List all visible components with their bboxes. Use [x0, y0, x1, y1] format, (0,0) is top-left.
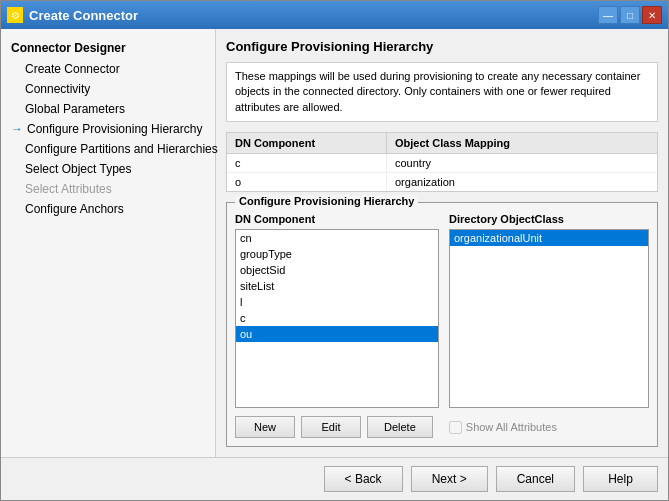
- sidebar-title: Connector Designer: [1, 37, 215, 59]
- mapping-cell-organization: organization: [387, 173, 657, 191]
- delete-button[interactable]: Delete: [367, 416, 433, 438]
- sidebar-item-configure-provisioning[interactable]: Configure Provisioning Hierarchy: [1, 119, 215, 139]
- app-icon: ⚙: [7, 7, 23, 23]
- configure-provisioning-group: Configure Provisioning Hierarchy DN Comp…: [226, 202, 658, 447]
- table-row[interactable]: c country: [227, 154, 657, 173]
- sidebar: Connector Designer Create Connector Conn…: [1, 29, 216, 457]
- bottom-panels: DN Component cn groupType objectSid site…: [235, 213, 649, 408]
- dir-list-item-selected[interactable]: organizationalUnit: [450, 230, 648, 246]
- mapping-table: DN Component Object Class Mapping c coun…: [226, 132, 658, 192]
- info-box: These mappings will be used during provi…: [226, 62, 658, 122]
- main-window: ⚙ Create Connector — □ ✕ Connector Desig…: [0, 0, 669, 501]
- table-header: DN Component Object Class Mapping: [227, 133, 657, 154]
- dn-cell-c: c: [227, 154, 387, 172]
- show-all-input[interactable]: [449, 421, 462, 434]
- main-content: Connector Designer Create Connector Conn…: [1, 29, 668, 457]
- list-item[interactable]: c: [236, 310, 438, 326]
- mapping-cell-country: country: [387, 154, 657, 172]
- footer: < Back Next > Cancel Help: [1, 457, 668, 500]
- minimize-button[interactable]: —: [598, 6, 618, 24]
- sidebar-item-configure-partitions[interactable]: Configure Partitions and Hierarchies: [1, 139, 215, 159]
- group-label: Configure Provisioning Hierarchy: [235, 195, 418, 207]
- show-all-label: Show All Attributes: [466, 421, 557, 433]
- edit-button[interactable]: Edit: [301, 416, 361, 438]
- col-object-class-header: Object Class Mapping: [387, 133, 657, 153]
- back-button[interactable]: < Back: [324, 466, 403, 492]
- dn-panel-title: DN Component: [235, 213, 439, 225]
- sidebar-item-configure-anchors[interactable]: Configure Anchors: [1, 199, 215, 219]
- help-button[interactable]: Help: [583, 466, 658, 492]
- next-button[interactable]: Next >: [411, 466, 488, 492]
- list-item[interactable]: l: [236, 294, 438, 310]
- col-dn-component-header: DN Component: [227, 133, 387, 153]
- cancel-button[interactable]: Cancel: [496, 466, 575, 492]
- window-title: Create Connector: [29, 8, 138, 23]
- dn-component-panel: DN Component cn groupType objectSid site…: [235, 213, 439, 408]
- content-title: Configure Provisioning Hierarchy: [226, 39, 658, 54]
- list-item-selected[interactable]: ou: [236, 326, 438, 342]
- list-item[interactable]: groupType: [236, 246, 438, 262]
- dir-panel-title: Directory ObjectClass: [449, 213, 649, 225]
- list-item[interactable]: siteList: [236, 278, 438, 294]
- content-area: Configure Provisioning Hierarchy These m…: [216, 29, 668, 457]
- table-row[interactable]: o organization: [227, 173, 657, 191]
- title-bar: ⚙ Create Connector — □ ✕: [1, 1, 668, 29]
- directory-objectclass-panel: Directory ObjectClass organizationalUnit: [449, 213, 649, 408]
- sidebar-item-create-connector[interactable]: Create Connector: [1, 59, 215, 79]
- dn-cell-o: o: [227, 173, 387, 191]
- maximize-button[interactable]: □: [620, 6, 640, 24]
- show-all-checkbox: Show All Attributes: [449, 421, 557, 434]
- sidebar-item-global-parameters[interactable]: Global Parameters: [1, 99, 215, 119]
- close-button[interactable]: ✕: [642, 6, 662, 24]
- list-item[interactable]: cn: [236, 230, 438, 246]
- sidebar-item-select-attributes: Select Attributes: [1, 179, 215, 199]
- dn-list-box[interactable]: cn groupType objectSid siteList l c ou: [235, 229, 439, 408]
- new-button[interactable]: New: [235, 416, 295, 438]
- dir-list-box[interactable]: organizationalUnit: [449, 229, 649, 408]
- sidebar-item-connectivity[interactable]: Connectivity: [1, 79, 215, 99]
- sidebar-item-select-object-types[interactable]: Select Object Types: [1, 159, 215, 179]
- dn-list-inner: cn groupType objectSid siteList l c ou: [236, 230, 438, 407]
- bottom-buttons: New Edit Delete Show All Attributes: [235, 416, 649, 438]
- list-item[interactable]: objectSid: [236, 262, 438, 278]
